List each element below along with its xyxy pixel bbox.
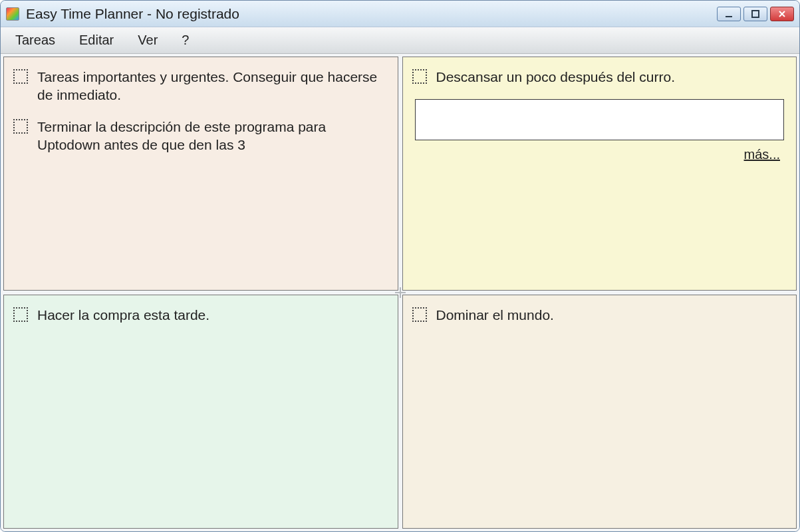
quadrant-grid: Tareas importantes y urgentes. Conseguir… bbox=[1, 54, 799, 531]
task-text: Hacer la compra esta tarde. bbox=[37, 306, 209, 324]
svg-rect-0 bbox=[726, 16, 732, 17]
task-text: Tareas importantes y urgentes. Conseguir… bbox=[37, 68, 388, 104]
task-item: Tareas importantes y urgentes. Conseguir… bbox=[13, 68, 388, 104]
task-text: Descansar un poco después del curro. bbox=[436, 68, 676, 86]
maximize-icon bbox=[751, 9, 760, 19]
app-window: Easy Time Planner - No registrado Tareas… bbox=[0, 0, 800, 532]
close-button[interactable] bbox=[770, 7, 794, 21]
quadrant-important-not-urgent: Hacer la compra esta tarde. bbox=[3, 295, 398, 529]
menu-bar: Tareas Editar Ver ? bbox=[1, 27, 799, 54]
quadrant-not-important-not-urgent: Dominar el mundo. bbox=[402, 295, 797, 529]
task-checkbox[interactable] bbox=[13, 69, 28, 84]
minimize-button[interactable] bbox=[717, 7, 741, 21]
task-text: Dominar el mundo. bbox=[436, 306, 554, 324]
title-bar: Easy Time Planner - No registrado bbox=[1, 1, 799, 27]
quadrant-not-important-urgent: Descansar un poco después del curro. más… bbox=[402, 57, 797, 291]
splitter-handle-icon[interactable] bbox=[395, 287, 406, 298]
task-checkbox[interactable] bbox=[13, 119, 28, 134]
close-icon bbox=[777, 9, 787, 19]
quadrant-important-urgent: Tareas importantes y urgentes. Conseguir… bbox=[3, 57, 398, 291]
task-checkbox[interactable] bbox=[412, 307, 427, 322]
task-checkbox[interactable] bbox=[412, 69, 427, 84]
task-item: Dominar el mundo. bbox=[412, 306, 787, 324]
task-checkbox[interactable] bbox=[13, 307, 28, 322]
task-item: Hacer la compra esta tarde. bbox=[13, 306, 388, 324]
task-item: Terminar la descripción de este programa… bbox=[13, 118, 388, 154]
task-text: Terminar la descripción de este programa… bbox=[37, 118, 388, 154]
window-controls bbox=[717, 7, 794, 21]
minimize-icon bbox=[724, 9, 733, 19]
menu-ver[interactable]: Ver bbox=[138, 33, 158, 48]
maximize-button[interactable] bbox=[743, 7, 767, 21]
menu-editar[interactable]: Editar bbox=[79, 33, 114, 48]
app-icon bbox=[6, 7, 19, 21]
menu-help[interactable]: ? bbox=[182, 33, 189, 48]
menu-tareas[interactable]: Tareas bbox=[15, 33, 55, 48]
window-title: Easy Time Planner - No registrado bbox=[26, 6, 717, 22]
svg-rect-1 bbox=[752, 11, 759, 17]
more-link[interactable]: más... bbox=[744, 147, 780, 162]
task-item: Descansar un poco después del curro. bbox=[412, 68, 787, 86]
task-note-input[interactable] bbox=[415, 99, 785, 140]
